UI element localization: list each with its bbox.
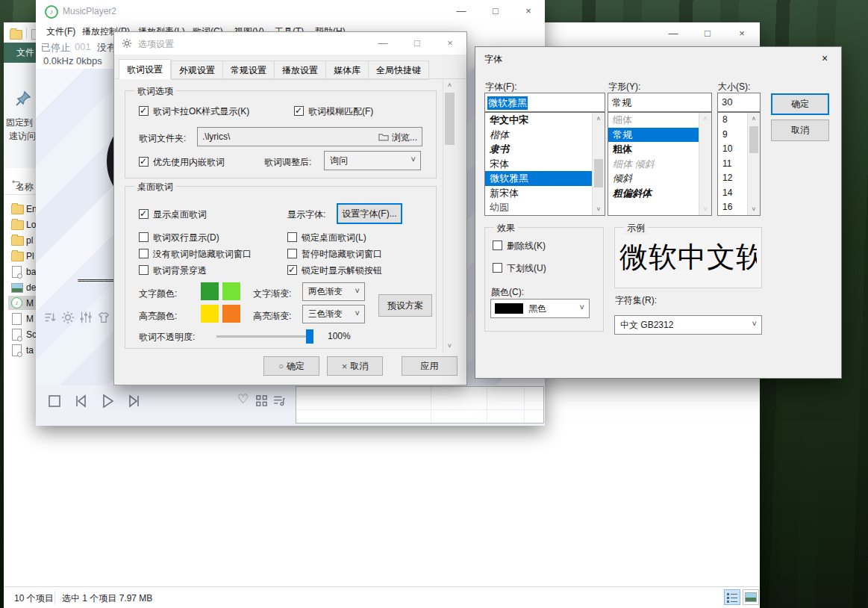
- options-scrollbar[interactable]: ˄ ˅: [443, 79, 456, 352]
- options-maximize-button[interactable]: □: [401, 32, 434, 55]
- scroll-down-arrow[interactable]: ˅: [748, 203, 760, 215]
- opacity-slider-thumb[interactable]: [306, 329, 313, 344]
- playlist-icon[interactable]: [272, 394, 286, 407]
- font-list-scrollbar[interactable]: ˄ ˅: [592, 113, 605, 215]
- tab-general-settings[interactable]: 常规设置: [222, 61, 275, 80]
- scroll-thumb[interactable]: [445, 93, 455, 145]
- font-list-item[interactable]: 幼圆: [485, 200, 605, 215]
- scroll-thumb[interactable]: [749, 126, 758, 153]
- skin-shirt-icon[interactable]: [97, 311, 110, 324]
- hide-on-pause-checkbox[interactable]: [287, 249, 297, 258]
- font-dialog-close-button[interactable]: ×: [808, 47, 841, 69]
- opacity-slider-track[interactable]: [216, 335, 313, 338]
- font-list-item[interactable]: 楷体: [485, 128, 605, 143]
- sort-icon[interactable]: [43, 311, 57, 324]
- file-row[interactable]: Sc: [8, 327, 36, 341]
- charset-combobox[interactable]: 中文 GB2312 ˅: [614, 315, 762, 335]
- style-list-item[interactable]: 倾斜: [608, 171, 711, 186]
- file-row[interactable]: de: [8, 280, 36, 294]
- view-thumbnail-button[interactable]: [743, 589, 759, 605]
- settings-gear-icon[interactable]: [61, 311, 75, 324]
- browse-button[interactable]: 浏览...: [392, 131, 417, 144]
- embedded-lyric-checkbox[interactable]: [139, 157, 149, 167]
- fuzzy-match-checkbox[interactable]: [294, 106, 304, 116]
- style-list-item-selected[interactable]: 常规: [608, 128, 711, 143]
- font-size-list[interactable]: 8 9 10 11 12 14 16 ˄ ˅: [717, 112, 761, 216]
- tab-appearance-settings[interactable]: 外观设置: [171, 61, 223, 80]
- style-list-scrollbar[interactable]: ˄ ˅: [699, 113, 711, 215]
- file-row[interactable]: M: [8, 311, 36, 326]
- file-row[interactable]: Pl: [8, 249, 36, 263]
- strikeout-checkbox[interactable]: [493, 241, 502, 250]
- menu-file[interactable]: 文件(F): [46, 25, 75, 38]
- file-row[interactable]: pl: [8, 233, 36, 247]
- tab-lyrics-settings[interactable]: 歌词设置: [119, 59, 171, 79]
- text-color-swatch-2[interactable]: [222, 282, 240, 300]
- font-cancel-button[interactable]: 取消: [771, 120, 829, 141]
- explorer-minimize-button[interactable]: —: [657, 22, 690, 45]
- size-list-scrollbar[interactable]: ˄ ˅: [747, 113, 760, 215]
- highlight-color-swatch-2[interactable]: [222, 305, 240, 323]
- equalizer-icon[interactable]: [79, 311, 93, 324]
- tab-global-hotkeys[interactable]: 全局快捷键: [368, 61, 429, 80]
- font-size-input[interactable]: 30: [717, 93, 761, 112]
- options-ok-button[interactable]: ○ 确定: [263, 356, 319, 376]
- column-header-name[interactable]: 名称: [16, 181, 34, 193]
- file-row[interactable]: Lo: [8, 217, 36, 232]
- style-list-item[interactable]: 粗体: [608, 142, 711, 157]
- pin-icon[interactable]: [14, 90, 32, 108]
- underline-checkbox[interactable]: [493, 263, 502, 273]
- file-row[interactable]: ta: [8, 343, 36, 357]
- options-minimize-button[interactable]: —: [366, 32, 399, 55]
- unlock-button-checkbox[interactable]: [287, 265, 297, 275]
- background-penetrate-checkbox[interactable]: [139, 265, 149, 275]
- scroll-thumb[interactable]: [594, 159, 603, 187]
- previous-button[interactable]: [72, 393, 89, 409]
- font-color-combobox[interactable]: 黑色 ˅: [490, 299, 590, 318]
- highlight-color-swatch-1[interactable]: [201, 305, 219, 323]
- set-font-button[interactable]: 设置字体(F)...: [337, 203, 402, 224]
- tab-play-settings[interactable]: 播放设置: [274, 61, 326, 80]
- file-row-selected[interactable]: ♪ M: [8, 296, 36, 310]
- scroll-up-arrow[interactable]: ˄: [443, 79, 456, 91]
- player-minimize-button[interactable]: —: [445, 0, 478, 22]
- font-list-item[interactable]: 华文中宋: [485, 113, 605, 128]
- karaoke-checkbox[interactable]: [139, 106, 149, 116]
- font-ok-button[interactable]: 确定: [771, 93, 829, 115]
- style-list-item[interactable]: 粗偏斜体: [608, 186, 711, 201]
- file-row[interactable]: ba: [8, 264, 36, 279]
- style-list-item[interactable]: 细体 倾斜: [608, 157, 711, 172]
- view-list-button[interactable]: [724, 589, 740, 605]
- player-close-button[interactable]: ×: [512, 0, 545, 22]
- scroll-down-arrow[interactable]: ˅: [443, 340, 456, 352]
- next-button[interactable]: [126, 393, 143, 409]
- text-color-swatch-1[interactable]: [201, 282, 219, 300]
- two-line-lyric-checkbox[interactable]: [139, 232, 149, 242]
- options-apply-button[interactable]: 应用: [402, 356, 458, 376]
- scroll-up-arrow[interactable]: ˄: [699, 113, 711, 125]
- explorer-maximize-button[interactable]: □: [691, 22, 724, 45]
- font-list-item[interactable]: 新宋体: [485, 186, 605, 201]
- stop-button[interactable]: [46, 393, 63, 409]
- file-row[interactable]: En: [8, 202, 36, 216]
- scroll-down-arrow[interactable]: ˅: [699, 203, 711, 215]
- show-desktop-lyric-checkbox[interactable]: [139, 209, 149, 219]
- font-family-input[interactable]: 微软雅黑: [484, 93, 605, 112]
- style-list-item[interactable]: 细体: [608, 113, 711, 128]
- font-list-item[interactable]: 宋体: [485, 157, 605, 172]
- scroll-up-arrow[interactable]: ˄: [748, 113, 760, 125]
- font-list-item-selected[interactable]: 微软雅黑: [485, 171, 605, 186]
- font-style-list[interactable]: 细体 常规 粗体 细体 倾斜 倾斜 粗偏斜体 ˄ ˅: [608, 112, 712, 216]
- favorite-heart-icon[interactable]: ♡: [237, 391, 249, 407]
- grid-view-icon[interactable]: [255, 394, 268, 407]
- preset-scheme-button[interactable]: 预设方案: [378, 294, 432, 317]
- play-button[interactable]: [99, 393, 116, 409]
- highlight-gradient-combobox[interactable]: 三色渐变 ˅: [302, 305, 365, 323]
- playlist-panel[interactable]: [296, 386, 544, 424]
- options-cancel-button[interactable]: × 取消: [327, 356, 383, 376]
- options-close-button[interactable]: ×: [434, 32, 466, 55]
- tab-media-library[interactable]: 媒体库: [325, 61, 369, 80]
- lock-desktop-lyric-checkbox[interactable]: [287, 232, 297, 242]
- lyric-folder-input[interactable]: .\lyrics\ 浏览...: [197, 127, 422, 146]
- text-gradient-combobox[interactable]: 两色渐变 ˅: [302, 282, 365, 301]
